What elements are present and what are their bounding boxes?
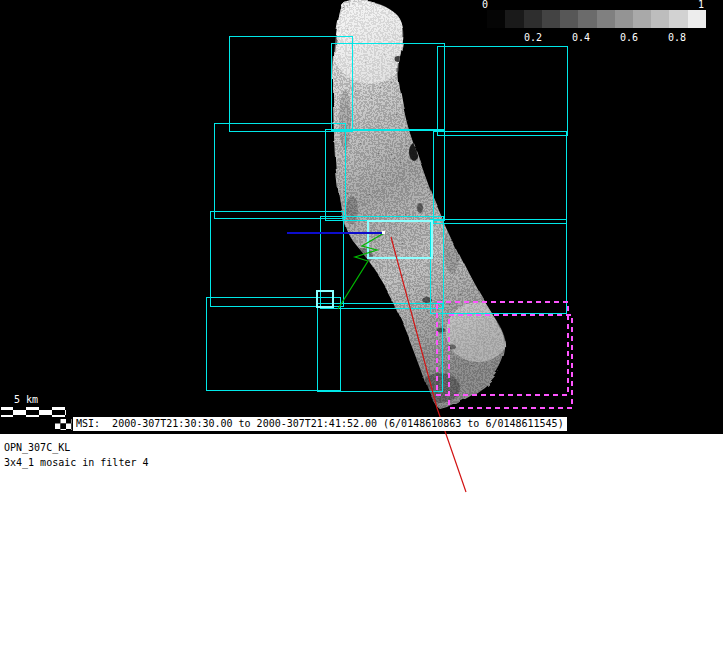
mosaic-description: 3x4_1 mosaic in filter 4: [4, 457, 149, 469]
asteroid-render: [330, 0, 510, 410]
msi-status-line: MSI: 2000-307T21:30:30.00 to 2000-307T21…: [73, 417, 567, 431]
observation-id: OPN_307C_KL: [4, 442, 70, 454]
mosaic-footprint: [437, 46, 567, 135]
colorbar-tick-label: 0.2: [523, 32, 543, 44]
mosaic-planning-screen: 0 1 0.2 0.4 0.6 0.8 5 km MSI: 2000-307T2…: [0, 0, 723, 648]
colorbar-min-label: 0: [482, 0, 488, 11]
colorbar-tick-label: 0.4: [571, 32, 591, 44]
small-footprint: [317, 291, 333, 307]
colorbar-max-label: 1: [698, 0, 704, 11]
crater-shadow: [409, 143, 419, 161]
scale-bar-label: 5 km: [14, 394, 38, 406]
mosaic-canvas: [0, 0, 723, 648]
mosaic-footprint: [433, 131, 566, 223]
mosaic-footprint: [206, 297, 340, 390]
scale-bar-checker: [1, 407, 66, 417]
boresight-marker: [382, 231, 385, 234]
colorbar-tick-label: 0.8: [667, 32, 687, 44]
colorbar-gradient: [487, 10, 706, 28]
status-swatch-checker: [55, 419, 72, 430]
colorbar-tick-label: 0.6: [619, 32, 639, 44]
